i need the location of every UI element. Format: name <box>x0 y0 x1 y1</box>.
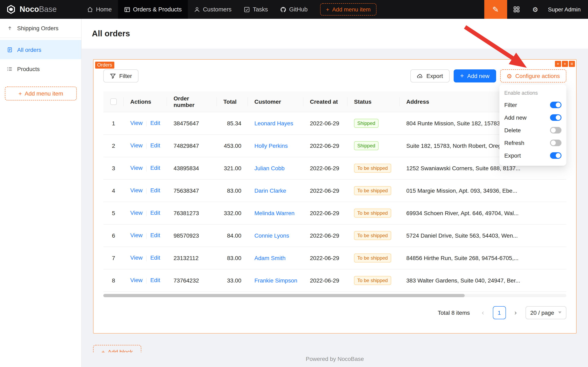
order-number-cell: 73764232 <box>167 269 217 292</box>
row-index[interactable]: 5 <box>103 202 124 224</box>
edit-link[interactable]: Edit <box>150 210 160 216</box>
nav-add-menu-item-label: Add menu item <box>332 6 370 13</box>
table-row: 2 ViewEdit 74829847 453.00 Holly Perkins… <box>103 134 566 157</box>
sidebar-add-menu-item-button[interactable]: + Add menu item <box>5 87 77 100</box>
toggle-switch[interactable] <box>550 152 562 158</box>
nav-item-label: Tasks <box>253 6 268 13</box>
nav-item-tasks[interactable]: Tasks <box>238 0 274 19</box>
toggle-switch[interactable] <box>550 127 562 133</box>
configure-actions-button[interactable]: ⚙ Configure actions <box>500 69 566 83</box>
nav-add-menu-item-button[interactable]: + Add menu item <box>320 3 377 16</box>
row-index[interactable]: 4 <box>103 179 124 202</box>
total-cell: 332.00 <box>217 202 248 224</box>
select-all-checkbox[interactable] <box>110 99 117 105</box>
edit-link[interactable]: Edit <box>150 232 160 239</box>
table-row: 5 ViewEdit 76381273 332.00 Melinda Warre… <box>103 202 566 224</box>
customer-link[interactable]: Melinda Warren <box>254 210 295 216</box>
view-link[interactable]: View <box>130 187 143 194</box>
settings-button[interactable]: ⚙ <box>526 0 545 19</box>
view-link[interactable]: View <box>130 210 143 216</box>
sidebar-item-all-orders[interactable]: All orders <box>0 40 81 59</box>
edit-link[interactable]: Edit <box>150 142 160 149</box>
edit-link[interactable]: Edit <box>150 120 160 126</box>
footer-text: Powered by NocoBase <box>82 356 588 362</box>
nav-item-label: Customers <box>203 6 232 13</box>
block-drag-tag[interactable]: Orders <box>95 62 114 69</box>
toggle-switch[interactable] <box>550 139 562 146</box>
toggle-switch[interactable] <box>550 101 562 108</box>
export-button[interactable]: Export <box>411 69 450 83</box>
row-actions-cell: ViewEdit <box>124 179 167 202</box>
page-size-select[interactable]: 20 / page <box>525 306 566 319</box>
sidebar-item-products[interactable]: Products <box>0 59 81 78</box>
dropdown-item[interactable]: Refresh <box>504 136 562 149</box>
dropdown-item[interactable]: Filter <box>504 98 562 111</box>
edit-link[interactable]: Edit <box>150 165 160 171</box>
view-link[interactable]: View <box>130 232 143 239</box>
nav-item-label: GitHub <box>289 6 308 13</box>
view-link[interactable]: View <box>130 255 143 261</box>
sidebar-item-shipping-orders[interactable]: Shipping Orders <box>0 19 81 38</box>
customer-link[interactable]: Julian Cobb <box>254 165 285 171</box>
add-block-button[interactable]: + Add block <box>93 345 141 352</box>
dropdown-item[interactable]: Add new <box>504 111 562 124</box>
nocobase-logo[interactable]: NocoBase <box>0 0 81 19</box>
nav-item-home[interactable]: Home <box>81 0 118 19</box>
row-index[interactable]: 7 <box>103 247 124 269</box>
main-area: All orders Orders + + ≡ Filter <box>82 19 588 367</box>
customer-link[interactable]: Holly Perkins <box>254 142 288 149</box>
customer-link[interactable]: Connie Lyons <box>254 232 289 239</box>
view-link[interactable]: View <box>130 120 143 126</box>
view-link[interactable]: View <box>130 142 143 149</box>
status-cell: Shipped <box>347 112 400 134</box>
status-badge: To be shipped <box>354 253 391 262</box>
dropdown-item[interactable]: Delete <box>504 124 562 136</box>
nav-item-github[interactable]: GitHub <box>274 0 314 19</box>
ui-editor-button[interactable]: ✎ <box>484 0 507 19</box>
plugin-manager-button[interactable] <box>507 0 526 19</box>
add-new-button[interactable]: + Add new <box>454 69 496 83</box>
view-link[interactable]: View <box>130 277 143 284</box>
block-settings-menu-icon[interactable]: ≡ <box>569 61 575 67</box>
customer-cell: Melinda Warren <box>248 202 303 224</box>
next-page-button[interactable]: › <box>509 306 522 319</box>
toggle-switch[interactable] <box>550 114 562 121</box>
edit-link[interactable]: Edit <box>150 277 160 284</box>
row-index[interactable]: 1 <box>103 112 124 134</box>
filter-button[interactable]: Filter <box>103 69 138 83</box>
nav-item-label: Orders & Products <box>133 6 182 13</box>
scrollbar-thumb[interactable] <box>103 294 464 297</box>
block-add-column-icon[interactable]: + <box>562 61 568 67</box>
status-badge: Shipped <box>354 119 378 128</box>
nav-item-customers[interactable]: Customers <box>188 0 238 19</box>
row-index[interactable]: 2 <box>103 134 124 157</box>
row-index[interactable]: 6 <box>103 224 124 247</box>
status-cell: To be shipped <box>347 269 400 292</box>
row-index[interactable]: 8 <box>103 269 124 292</box>
edit-link[interactable]: Edit <box>150 187 160 194</box>
edit-link[interactable]: Edit <box>150 255 160 261</box>
user-menu[interactable]: Super Admin <box>545 0 588 19</box>
action-divider <box>146 233 147 239</box>
nav-item-orders-products[interactable]: Orders & Products <box>118 0 188 19</box>
prev-page-button[interactable]: ‹ <box>476 306 489 319</box>
page-number-button[interactable]: 1 <box>493 306 506 319</box>
row-index[interactable]: 3 <box>103 157 124 179</box>
export-cloud-icon <box>417 73 423 79</box>
plus-icon: + <box>326 6 329 13</box>
add-block-clipped: + Add block <box>93 345 141 352</box>
prev-icon: ‹ <box>482 309 484 317</box>
action-divider <box>146 210 147 216</box>
customer-link[interactable]: Darin Clarke <box>254 187 286 194</box>
dropdown-item[interactable]: Export <box>504 149 562 162</box>
block-add-icon[interactable]: + <box>555 61 561 67</box>
created-at-cell: 2022-06-29 <box>303 134 347 157</box>
customer-link[interactable]: Frankie Simpson <box>254 277 297 284</box>
sidebar-item-label: Products <box>17 66 40 72</box>
customer-link[interactable]: Leonard Hayes <box>254 120 293 126</box>
customer-link[interactable]: Adam Smith <box>254 255 286 261</box>
view-link[interactable]: View <box>130 165 143 171</box>
col-header-actions: Actions <box>124 92 167 112</box>
dropdown-item-label: Add new <box>504 114 527 121</box>
table-row: 7 ViewEdit 23132112 83.00 Adam Smith 202… <box>103 247 566 269</box>
